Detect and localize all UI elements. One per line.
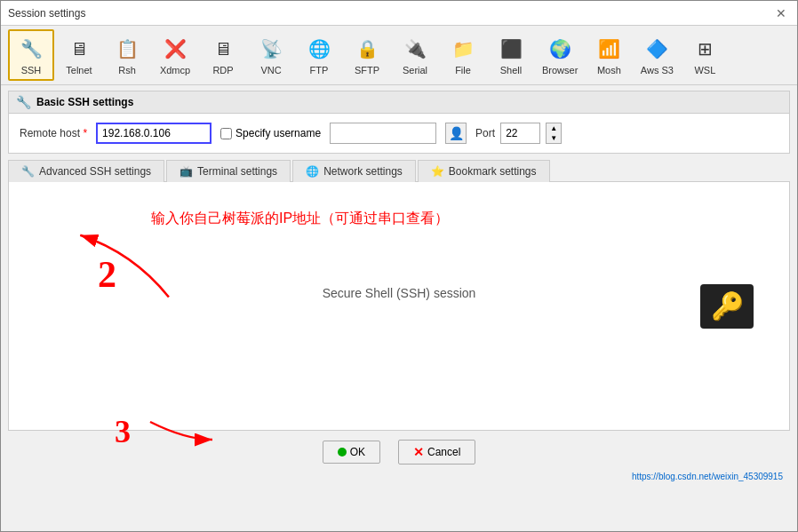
port-label: Port <box>475 127 495 139</box>
ok-green-dot <box>338 448 347 457</box>
section-header: 🔧 Basic SSH settings <box>9 91 789 114</box>
network-icon: 🌐 <box>306 165 319 178</box>
vnc-icon: 📡 <box>257 35 285 63</box>
ok-label: OK <box>350 446 365 458</box>
specify-username-label[interactable]: Specify username <box>220 127 321 139</box>
remote-host-label: Remote host * <box>20 127 87 139</box>
toolbar-label-telnet: Telnet <box>66 65 92 75</box>
section-icon: 🔧 <box>16 95 31 109</box>
browser-icon: 🌍 <box>546 35 574 63</box>
toolbar-label-rsh: Rsh <box>118 65 136 75</box>
toolbar-item-mosh[interactable]: 📶 Mosh <box>586 29 632 81</box>
toolbar-label-ssh: SSH <box>21 65 42 75</box>
toolbar-label-vnc: VNC <box>260 65 281 75</box>
cancel-label: Cancel <box>427 446 460 458</box>
toolbar-label-wsl: WSL <box>694 65 715 75</box>
session-settings-window: Session settings ✕ 🔧 SSH 🖥 Telnet 📋 Rsh … <box>0 0 798 532</box>
toolbar-label-shell: Shell <box>500 65 522 75</box>
toolbar-item-shell[interactable]: ⬛ Shell <box>488 29 534 81</box>
toolbar: 🔧 SSH 🖥 Telnet 📋 Rsh ❌ Xdmcp 🖥 RDP 📡 VNC… <box>1 26 797 85</box>
ftp-icon: 🌐 <box>305 35 333 63</box>
main-content: 输入你自己树莓派的IP地址（可通过串口查看） 2 Secure Shell (S… <box>8 182 790 431</box>
basic-settings-row: Remote host * Specify username 👤 Port ▲ … <box>9 114 789 153</box>
key-icon: 🔑 <box>711 290 744 322</box>
cancel-button[interactable]: ✕ Cancel <box>398 440 475 465</box>
annotation-text-1: 输入你自己树莓派的IP地址（可通过串口查看） <box>151 209 449 228</box>
user-icon-button[interactable]: 👤 <box>445 123 467 144</box>
toolbar-item-browser[interactable]: 🌍 Browser <box>536 29 584 81</box>
toolbar-item-rdp[interactable]: 🖥 RDP <box>200 29 246 81</box>
shell-icon: ⬛ <box>497 35 525 63</box>
toolbar-label-file: File <box>455 65 471 75</box>
toolbar-item-vnc[interactable]: 📡 VNC <box>248 29 294 81</box>
basic-ssh-panel: 🔧 Basic SSH settings Remote host * Speci… <box>8 91 790 154</box>
remote-host-input[interactable] <box>96 123 211 144</box>
advanced-ssh-icon: 🔧 <box>21 165 35 178</box>
toolbar-item-sftp[interactable]: 🔒 SFTP <box>344 29 390 81</box>
port-container: Port ▲ ▼ <box>475 123 562 144</box>
rsh-icon: 📋 <box>113 35 141 63</box>
watermark: https://blog.csdn.net/weixin_45309915 <box>8 472 790 481</box>
toolbar-item-file[interactable]: 📁 File <box>440 29 486 81</box>
sftp-icon: 🔒 <box>353 35 381 63</box>
rdp-icon: 🖥 <box>209 35 237 63</box>
serial-icon: 🔌 <box>401 35 429 63</box>
settings-tabs: 🔧 Advanced SSH settings 📺 Terminal setti… <box>8 159 790 182</box>
toolbar-item-awss3[interactable]: 🔷 Aws S3 <box>634 29 680 81</box>
toolbar-label-rdp: RDP <box>212 65 233 75</box>
annotation-number-2: 2 <box>98 253 116 296</box>
wsl-icon: ⊞ <box>690 35 719 63</box>
title-bar: Session settings ✕ <box>1 1 797 26</box>
close-button[interactable]: ✕ <box>772 6 790 20</box>
toolbar-item-rsh[interactable]: 📋 Rsh <box>104 29 150 81</box>
cancel-x-icon: ✕ <box>413 445 424 459</box>
toolbar-label-sftp: SFTP <box>355 65 379 75</box>
mosh-icon: 📶 <box>595 35 623 63</box>
toolbar-item-ftp[interactable]: 🌐 FTP <box>296 29 342 81</box>
username-input[interactable] <box>330 123 436 144</box>
awss3-icon: 🔷 <box>642 35 671 63</box>
tab-terminal[interactable]: 📺 Terminal settings <box>166 160 291 182</box>
toolbar-label-ftp: FTP <box>310 65 329 75</box>
specify-username-checkbox[interactable] <box>220 128 232 139</box>
tab-advanced-ssh[interactable]: 🔧 Advanced SSH settings <box>8 160 164 182</box>
file-icon: 📁 <box>449 35 477 63</box>
footer: 3 OK ✕ Cancel https://bl <box>8 440 790 481</box>
port-up-button[interactable]: ▲ <box>547 123 561 133</box>
annotations-svg <box>9 182 789 430</box>
toolbar-label-awss3: Aws S3 <box>641 65 674 75</box>
toolbar-item-xdmcp[interactable]: ❌ Xdmcp <box>152 29 198 81</box>
toolbar-label-xdmcp: Xdmcp <box>160 65 190 75</box>
xdmcp-icon: ❌ <box>161 35 189 63</box>
window-title: Session settings <box>8 7 85 20</box>
ok-button[interactable]: OK <box>323 441 380 464</box>
toolbar-item-ssh[interactable]: 🔧 SSH <box>8 29 54 81</box>
telnet-icon: 🖥 <box>65 35 93 63</box>
ssh-icon: 🔧 <box>17 35 45 63</box>
tab-network[interactable]: 🌐 Network settings <box>292 160 416 182</box>
port-input[interactable] <box>500 123 540 144</box>
toolbar-item-telnet[interactable]: 🖥 Telnet <box>56 29 102 81</box>
terminal-icon: 📺 <box>180 165 193 178</box>
toolbar-item-serial[interactable]: 🔌 Serial <box>392 29 438 81</box>
toolbar-label-browser: Browser <box>542 65 578 75</box>
toolbar-label-serial: Serial <box>403 65 427 75</box>
toolbar-item-wsl[interactable]: ⊞ WSL <box>682 29 728 81</box>
port-spinner: ▲ ▼ <box>546 123 562 144</box>
session-label: Secure Shell (SSH) session <box>323 286 476 300</box>
bookmark-icon: ⭐ <box>431 165 444 178</box>
section-title: Basic SSH settings <box>36 96 133 108</box>
tab-bookmark[interactable]: ⭐ Bookmark settings <box>418 160 550 182</box>
toolbar-label-mosh: Mosh <box>597 65 621 75</box>
port-down-button[interactable]: ▼ <box>547 133 561 143</box>
footer-buttons: OK ✕ Cancel <box>323 440 476 465</box>
key-icon-box: 🔑 <box>700 284 754 329</box>
